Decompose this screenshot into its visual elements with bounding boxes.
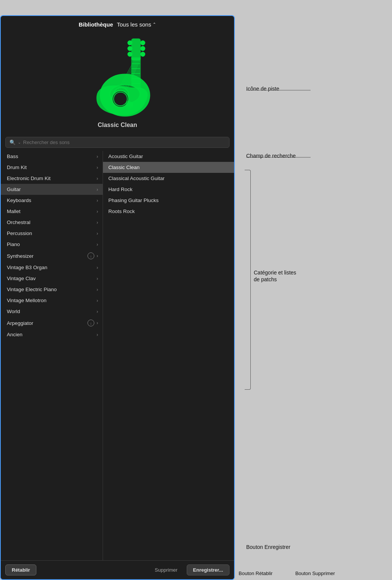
chevron-right-icon: › (97, 242, 98, 247)
chevron-right-icon: › (97, 187, 98, 192)
chevron-right-icon: › (97, 209, 98, 214)
chevron-right-icon: › (97, 276, 98, 281)
category-item-label: Percussion (7, 230, 32, 236)
svg-point-6 (141, 52, 145, 56)
library-title: Bibliothèque (79, 21, 113, 28)
category-item[interactable]: Piano› (1, 239, 103, 250)
bottom-annotations: Bouton Rétablir Bouton Supprimer (235, 571, 392, 580)
category-item-label: World (7, 309, 20, 314)
chevron-right-icon: › (97, 309, 98, 314)
category-item-label: Drum Kit (7, 165, 27, 170)
category-item[interactable]: Vintage Electric Piano› (1, 284, 103, 295)
category-item[interactable]: Bass› (1, 151, 103, 162)
category-item-label: Vintage B3 Organ (7, 265, 47, 270)
delete-button-annotation: Bouton Supprimer (295, 571, 335, 576)
annotations-panel: Icône de piste Champ de recherche Catégo… (235, 15, 392, 580)
dropdown-chevron-icon: ⌃ (153, 22, 156, 27)
category-item-label: Arpeggiator (7, 320, 33, 326)
chevron-right-icon: › (97, 176, 98, 181)
svg-point-1 (128, 41, 132, 45)
search-input[interactable] (23, 140, 225, 145)
search-icon: 🔍 (9, 140, 16, 145)
patch-item[interactable]: Phasing Guitar Plucks (103, 195, 234, 206)
category-item-label: Piano (7, 241, 20, 247)
chevron-right-icon: › (97, 198, 98, 203)
patch-item[interactable]: Classical Acoustic Guitar (103, 173, 234, 184)
download-icon[interactable]: ↓ (87, 320, 94, 326)
category-item[interactable]: Arpeggiator↓› (1, 317, 103, 329)
category-item-label: Vintage Clav (7, 276, 36, 281)
restore-button-annotation: Bouton Rétablir (239, 571, 273, 576)
category-item[interactable]: Electronic Drum Kit› (1, 173, 103, 184)
category-item[interactable]: Vintage B3 Organ› (1, 262, 103, 273)
chevron-right-icon: › (97, 154, 98, 159)
category-list: Bass›Drum Kit›Electronic Drum Kit›Guitar… (1, 151, 103, 560)
svg-point-2 (128, 47, 132, 50)
chevron-right-icon: › (97, 253, 98, 259)
guitar-icon (76, 35, 159, 119)
category-item[interactable]: Keyboards› (1, 195, 103, 206)
category-item-label: Keyboards (7, 198, 31, 203)
category-item[interactable]: Orchestral› (1, 217, 103, 228)
category-item-label: Ancien (7, 332, 22, 337)
chevron-right-icon: › (97, 320, 98, 326)
search-field-annotation: Champ de recherche (246, 152, 296, 159)
category-item[interactable]: Drum Kit› (1, 162, 103, 173)
category-item[interactable]: Percussion› (1, 228, 103, 239)
category-item[interactable]: Vintage Clav› (1, 273, 103, 284)
lists-container: Bass›Drum Kit›Electronic Drum Kit›Guitar… (1, 151, 234, 560)
download-icon[interactable]: ↓ (87, 252, 94, 259)
category-item-label: Bass (7, 154, 18, 159)
instrument-name: Classic Clean (98, 122, 137, 129)
category-item-label: Vintage Mellotron (7, 298, 47, 303)
save-button-annotation: Bouton Enregistrer (246, 544, 290, 550)
chevron-right-icon: › (97, 265, 98, 270)
category-item[interactable]: World› (1, 306, 103, 317)
chevron-right-icon: › (97, 220, 98, 225)
category-item-label: Guitar (7, 187, 21, 192)
category-item-label: Synthesizer (7, 253, 34, 259)
category-item-label: Mallet (7, 208, 20, 214)
patch-list: Acoustic GuitarClassic CleanClassical Ac… (103, 151, 234, 560)
dropdown-label: Tous les sons (117, 21, 151, 28)
search-filter-chevron-icon[interactable]: ⌄ (18, 140, 21, 144)
category-item-label: Electronic Drum Kit (7, 176, 51, 181)
category-patch-annotation: Catégorie et listes de patchs (254, 269, 296, 283)
category-bracket (245, 170, 251, 390)
chevron-right-icon: › (97, 287, 98, 292)
track-icon-annotation: Icône de piste (246, 85, 279, 92)
bottom-toolbar: Rétablir Supprimer Enregistrer... (1, 560, 234, 579)
category-item[interactable]: Vintage Mellotron› (1, 295, 103, 306)
chevron-right-icon: › (97, 332, 98, 337)
restore-button[interactable]: Rétablir (5, 564, 36, 575)
category-item-label: Vintage Electric Piano (7, 287, 57, 292)
chevron-right-icon: › (97, 165, 98, 170)
patch-item[interactable]: Hard Rock (103, 184, 234, 195)
category-item[interactable]: Mallet› (1, 206, 103, 217)
svg-point-5 (141, 47, 145, 50)
chevron-right-icon: › (97, 298, 98, 303)
save-button[interactable]: Enregistrer... (187, 564, 230, 575)
library-panel: Bibliothèque Tous les sons ⌃ (0, 15, 235, 580)
search-bar: 🔍 ⌄ (5, 137, 230, 148)
category-item[interactable]: Synthesizer↓› (1, 250, 103, 262)
category-item-label: Orchestral (7, 219, 30, 225)
panel-header: Bibliothèque Tous les sons ⌃ (1, 16, 234, 31)
category-item[interactable]: Guitar› (1, 184, 103, 195)
svg-rect-0 (132, 39, 140, 60)
category-item[interactable]: Ancien› (1, 329, 103, 340)
annotation-lines (235, 15, 392, 243)
svg-point-3 (128, 52, 132, 56)
patch-item[interactable]: Acoustic Guitar (103, 151, 234, 162)
svg-point-4 (141, 41, 145, 45)
delete-button[interactable]: Supprimer (149, 565, 184, 575)
instrument-icon-area: Classic Clean (1, 31, 234, 135)
patch-item[interactable]: Classic Clean (103, 162, 234, 173)
sound-filter-dropdown[interactable]: Tous les sons ⌃ (117, 21, 156, 28)
patch-item[interactable]: Roots Rock (103, 206, 234, 217)
chevron-right-icon: › (97, 231, 98, 236)
